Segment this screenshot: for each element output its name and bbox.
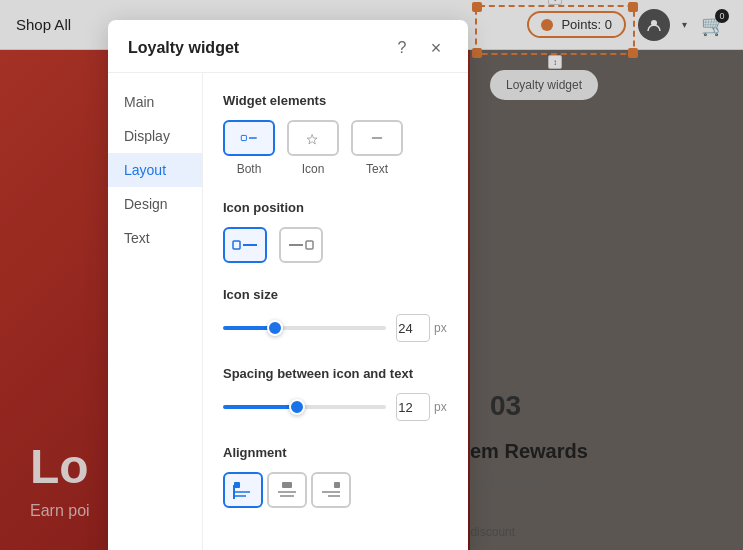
align-btn-left[interactable] [223, 472, 263, 508]
widget-btn-icon[interactable]: Icon [287, 120, 339, 176]
alignment-title: Alignment [223, 445, 448, 460]
widget-btn-text[interactable]: Text [351, 120, 403, 176]
position-row [223, 227, 448, 263]
icon-size-input[interactable]: 24 [396, 314, 430, 342]
widget-btn-both-icon [223, 120, 275, 156]
widget-btn-icon-box [287, 120, 339, 156]
icon-size-slider-row: 24 px [223, 314, 448, 342]
modal-sidebar: Main Display Layout Design Text [108, 73, 203, 550]
icon-size-unit: px [434, 321, 447, 335]
widget-btn-both[interactable]: Both [223, 120, 275, 176]
modal-header: Loyalty widget ? × [108, 20, 468, 73]
loyalty-widget-modal: Loyalty widget ? × Main Display Layout D… [108, 20, 468, 550]
icon-size-value-group: 24 px [396, 314, 448, 342]
svg-rect-1 [241, 135, 246, 140]
icon-size-title: Icon size [223, 287, 448, 302]
align-btn-right[interactable] [311, 472, 351, 508]
widget-btn-both-label: Both [237, 162, 262, 176]
pos-left-svg [231, 236, 259, 254]
svg-rect-8 [306, 241, 313, 249]
spacing-section: Spacing between icon and text 12 px [223, 366, 448, 421]
position-btn-right[interactable] [279, 227, 323, 263]
icon-size-section: Icon size 24 px [223, 287, 448, 342]
widget-elements-section: Widget elements Both [223, 93, 448, 176]
svg-marker-3 [307, 134, 317, 143]
modal-body: Main Display Layout Design Text Widget e… [108, 73, 468, 550]
modal-title: Loyalty widget [128, 39, 239, 57]
svg-rect-16 [334, 482, 340, 488]
nav-layout[interactable]: Layout [108, 153, 202, 187]
position-btn-left[interactable] [223, 227, 267, 263]
icon-only-svg [304, 129, 322, 147]
modal-header-actions: ? × [390, 36, 448, 60]
modal-content-area: Widget elements Both [203, 73, 468, 550]
widget-btn-icon-label: Icon [302, 162, 325, 176]
widget-btn-text-label: Text [366, 162, 388, 176]
spacing-unit: px [434, 400, 447, 414]
spacing-slider[interactable] [223, 405, 386, 409]
widget-btn-text-box [351, 120, 403, 156]
widget-elements-title: Widget elements [223, 93, 448, 108]
nav-design[interactable]: Design [108, 187, 202, 221]
nav-text[interactable]: Text [108, 221, 202, 255]
help-button[interactable]: ? [390, 36, 414, 60]
nav-main[interactable]: Main [108, 85, 202, 119]
align-btn-center[interactable] [267, 472, 307, 508]
icon-size-slider[interactable] [223, 326, 386, 330]
svg-rect-13 [282, 482, 292, 488]
icon-position-section: Icon position [223, 200, 448, 263]
align-left-svg [232, 479, 254, 501]
alignment-section: Alignment [223, 445, 448, 508]
close-button[interactable]: × [424, 36, 448, 60]
align-center-svg [276, 479, 298, 501]
nav-display[interactable]: Display [108, 119, 202, 153]
pos-right-svg [287, 236, 315, 254]
spacing-input[interactable]: 12 [396, 393, 430, 421]
both-icon-svg [240, 129, 258, 147]
align-right-svg [320, 479, 342, 501]
alignment-row [223, 472, 448, 508]
text-only-svg [368, 129, 386, 147]
spacing-value-group: 12 px [396, 393, 448, 421]
spacing-title: Spacing between icon and text [223, 366, 448, 381]
spacing-slider-row: 12 px [223, 393, 448, 421]
widget-elements-row: Both Icon [223, 120, 448, 176]
svg-rect-5 [233, 241, 240, 249]
icon-position-title: Icon position [223, 200, 448, 215]
